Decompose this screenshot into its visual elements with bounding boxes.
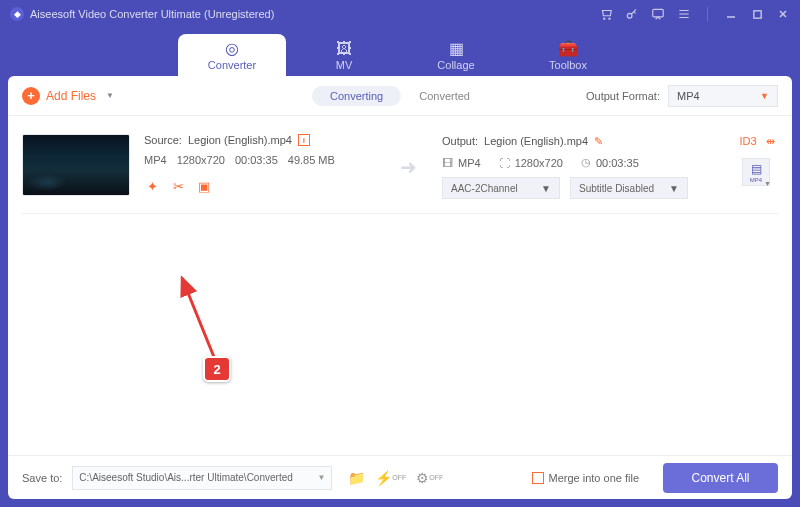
source-resolution: 1280x720 <box>177 154 225 166</box>
source-label: Source: <box>144 134 182 146</box>
merge-label: Merge into one file <box>549 472 640 484</box>
cart-icon[interactable] <box>599 7 613 21</box>
arrow-icon: ➜ <box>388 134 428 199</box>
gpu-accel-icon[interactable]: ⚡OFF <box>375 470 406 486</box>
tab-label: Collage <box>437 59 474 71</box>
titlebar-actions <box>599 7 790 21</box>
tab-mv[interactable]: 🖼 MV <box>290 34 398 76</box>
metadata-icon[interactable]: ID3 <box>740 134 756 148</box>
compress-icon[interactable]: ⇹ <box>762 134 778 148</box>
title-bar: ◆ Aiseesoft Video Converter Ultimate (Un… <box>0 0 800 28</box>
maximize-icon[interactable] <box>750 7 764 21</box>
chevron-down-icon: ▼ <box>669 183 679 194</box>
cut-icon[interactable]: ✂ <box>170 178 186 194</box>
output-filename: Legion (English).mp4 <box>484 135 588 147</box>
converter-icon: ◎ <box>225 39 239 58</box>
source-info: Source: Legion (English).mp4 i MP4 1280x… <box>144 134 374 199</box>
plus-icon: + <box>22 87 40 105</box>
main-tabs: ◎ Converter 🖼 MV ▦ Collage 🧰 Toolbox <box>0 28 800 76</box>
output-meta: 🎞MP4 ⛶1280x720 ◷00:03:35 <box>442 156 778 169</box>
toolbox-icon: 🧰 <box>558 39 578 58</box>
feedback-icon[interactable] <box>651 7 665 21</box>
status-tabs: Converting Converted <box>312 86 488 106</box>
file-list: Source: Legion (English).mp4 i MP4 1280x… <box>8 116 792 455</box>
source-filename: Legion (English).mp4 <box>188 134 292 146</box>
audio-track-select[interactable]: AAC-2Channel ▼ <box>442 177 560 199</box>
rename-icon[interactable]: ✎ <box>594 135 603 148</box>
svg-point-1 <box>609 18 610 19</box>
add-files-label: Add Files <box>46 89 96 103</box>
saveto-label: Save to: <box>22 472 62 484</box>
film-icon: 🎞 <box>442 157 453 169</box>
expand-icon: ⛶ <box>499 157 510 169</box>
output-resolution: 1280x720 <box>515 157 563 169</box>
convert-all-button[interactable]: Convert All <box>663 463 778 493</box>
key-icon[interactable] <box>625 7 639 21</box>
output-info: Output: Legion (English).mp4 ✎ ID3 ⇹ 🎞MP… <box>442 134 778 199</box>
file-item: Source: Legion (English).mp4 i MP4 1280x… <box>22 128 778 214</box>
info-icon[interactable]: i <box>298 134 310 146</box>
open-folder-icon[interactable]: 📁 <box>348 470 365 486</box>
chevron-down-icon: ▼ <box>760 91 769 101</box>
tab-collage[interactable]: ▦ Collage <box>402 34 510 76</box>
minimize-icon[interactable] <box>724 7 738 21</box>
high-speed-icon[interactable]: ⚙OFF <box>416 470 443 486</box>
add-files-button[interactable]: + Add Files ▼ <box>22 87 114 105</box>
output-format: Output Format: MP4 ▼ <box>586 85 778 107</box>
source-size: 49.85 MB <box>288 154 335 166</box>
enhance-icon[interactable]: ▣ <box>196 178 212 194</box>
chevron-down-icon: ▼ <box>764 180 771 187</box>
source-duration: 00:03:35 <box>235 154 278 166</box>
output-profile-button[interactable]: ▤ MP4 ▼ <box>742 158 770 186</box>
subtitle-value: Subtitle Disabled <box>579 183 654 194</box>
output-format-select[interactable]: MP4 ▼ <box>668 85 778 107</box>
chevron-down-icon: ▼ <box>106 91 114 100</box>
output-format: MP4 <box>458 157 481 169</box>
audio-value: AAC-2Channel <box>451 183 518 194</box>
mv-icon: 🖼 <box>336 40 352 58</box>
close-icon[interactable] <box>776 7 790 21</box>
svg-rect-3 <box>653 9 664 17</box>
menu-icon[interactable] <box>677 7 691 21</box>
checkbox-icon <box>532 472 544 484</box>
clock-icon: ◷ <box>581 156 591 169</box>
bottom-bar: Save to: C:\Aiseesoft Studio\Ais...rter … <box>8 455 792 499</box>
output-format-label: Output Format: <box>586 90 660 102</box>
svg-point-0 <box>604 18 605 19</box>
edit-actions: ✦ ✂ ▣ <box>144 178 374 194</box>
subtitle-select[interactable]: Subtitle Disabled ▼ <box>570 177 688 199</box>
save-path-value: C:\Aiseesoft Studio\Ais...rter Ultimate\… <box>79 472 292 483</box>
merge-checkbox[interactable]: Merge into one file <box>532 472 640 484</box>
collage-icon: ▦ <box>449 39 464 58</box>
tab-label: Converter <box>208 59 256 71</box>
profile-icon: ▤ <box>751 162 762 176</box>
tab-toolbox[interactable]: 🧰 Toolbox <box>514 34 622 76</box>
video-thumbnail[interactable] <box>22 134 130 196</box>
app-logo-icon: ◆ <box>10 7 24 21</box>
chevron-down-icon: ▼ <box>541 183 551 194</box>
tab-converted[interactable]: Converted <box>401 86 488 106</box>
output-duration: 00:03:35 <box>596 157 639 169</box>
tab-converting[interactable]: Converting <box>312 86 401 106</box>
tab-converter[interactable]: ◎ Converter <box>178 34 286 76</box>
tab-label: MV <box>336 59 353 71</box>
source-format: MP4 <box>144 154 167 166</box>
content-panel: + Add Files ▼ Converting Converted Outpu… <box>8 76 792 499</box>
output-selects: AAC-2Channel ▼ Subtitle Disabled ▼ <box>442 177 778 199</box>
output-label: Output: <box>442 135 478 147</box>
toolbar: + Add Files ▼ Converting Converted Outpu… <box>8 76 792 116</box>
tab-label: Toolbox <box>549 59 587 71</box>
save-path-input[interactable]: C:\Aiseesoft Studio\Ais...rter Ultimate\… <box>72 466 332 490</box>
svg-rect-4 <box>753 10 760 17</box>
window-title: Aiseesoft Video Converter Ultimate (Unre… <box>30 8 274 20</box>
source-meta: MP4 1280x720 00:03:35 49.85 MB <box>144 154 374 166</box>
output-format-value: MP4 <box>677 90 700 102</box>
edit-star-icon[interactable]: ✦ <box>144 178 160 194</box>
chevron-down-icon: ▼ <box>317 473 325 482</box>
